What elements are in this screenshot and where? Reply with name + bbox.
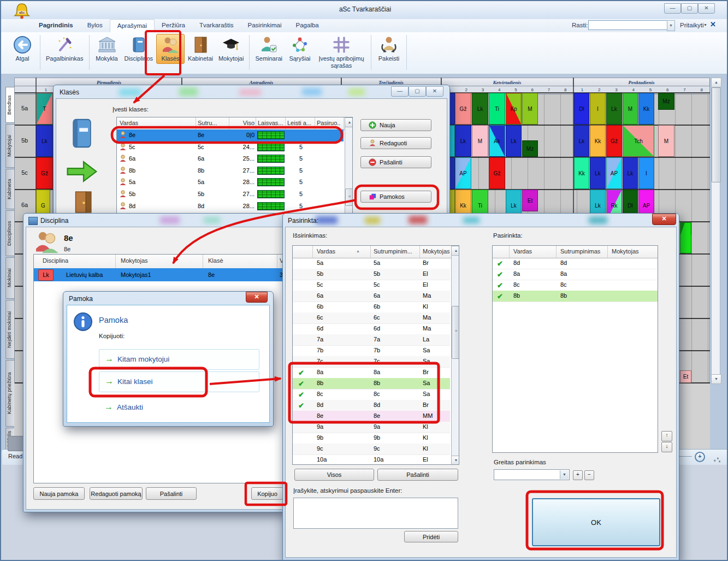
selection-row-5c[interactable]: 5c5cEl [293,280,450,291]
selection-row-7a[interactable]: 7a7aLa [293,334,450,346]
selection-row-7c[interactable]: 7c7cSa [293,356,450,368]
timetable-cell-lk[interactable]: Lk [623,157,638,189]
selection-row-9c[interactable]: 9c9cKl [293,444,450,455]
selection-row-10a[interactable]: 10a10aEl [293,454,450,465]
tags-input[interactable] [293,498,458,529]
timetable-cell-tch[interactable]: Tch [623,125,654,157]
klases-row-5b[interactable]: 5b5b27...5 [117,188,344,200]
column-header-sutrumpinimas[interactable]: Sutrumpinimas [560,248,600,255]
scroll-up-icon[interactable]: ▲ [451,246,459,256]
timetable-cell-gž[interactable]: Gž [606,125,622,157]
selection-row-6c[interactable]: 6c6cMa [293,312,450,324]
option-kitam-mokytojui[interactable]: →Kitam mokytojui [99,349,259,370]
timetable-cell-kk[interactable]: Kk [638,93,654,125]
selected-row-8a[interactable]: ✔8a8a [493,269,658,280]
timetable-cell-kk[interactable]: Kk [574,157,589,189]
scroll-up-icon[interactable]: ▲ [345,117,353,127]
kopijuo-button[interactable]: Kopijuo [251,487,283,500]
timetable-cell-i[interactable]: I [638,157,654,189]
column-header-sutrumpinim-[interactable]: Sutrumpinim... [374,248,412,255]
klases-row-5a[interactable]: 5a5a28...5 [117,176,344,188]
klases-maximize-button[interactable]: ▢ [409,86,426,97]
timetable-cell-ak[interactable]: Ak [489,125,505,157]
redaguoti-button[interactable]: Redaguoti [360,137,431,149]
timetable-cell-kp[interactable]: Kp [506,93,522,125]
timetable-cell-lk[interactable]: Lk [590,157,606,189]
pasalinti-button[interactable]: Pašalinti [377,469,458,481]
selected-row-8b[interactable]: ✔8b8b [493,291,658,302]
timetable-cell-et[interactable]: Et [680,370,691,383]
timetable-cell-t[interactable]: T [36,93,53,125]
selection-row-6a[interactable]: 6a6aMa [293,291,450,302]
selection-row-5a[interactable]: 5a5aBr [293,258,450,269]
visos-button[interactable]: Visos [294,469,374,481]
timetable-cell-ti[interactable]: Ti [489,93,505,125]
selection-row-8a[interactable]: ✔8a8aBr [293,367,450,379]
klases-row-8e[interactable]: 8e8e0|0 [117,129,344,141]
scrollbar-thumb[interactable]: ≡ [452,306,459,359]
timetable-cell-i[interactable]: I [590,93,606,125]
option-kitai-klasei[interactable]: →Kitai klasei [99,371,259,392]
timetable-cell-lk[interactable]: Lk [36,125,53,157]
timetable-cell-lk[interactable]: Lk [574,125,589,157]
timetable-cell-et[interactable]: Et [522,190,538,211]
column-header-viso[interactable]: Viso [230,120,254,126]
column-header-sutru-[interactable]: Sutru... [198,120,217,126]
sidebar-tab-mokiniai[interactable]: Mokiniai [5,257,15,299]
column-header-klasė[interactable]: Klasė [208,257,223,264]
scroll-down-icon[interactable]: ▼ [451,456,459,465]
zoom-in-icon[interactable]: + [695,452,705,462]
klases-row-6a[interactable]: 6a6a25...5 [117,153,344,165]
column-header-vardas[interactable]: Vardas [513,248,532,255]
selection-row-9a[interactable]: 9a9aKl [293,422,450,433]
minus-button[interactable]: − [584,470,594,480]
move-up-button[interactable]: ↑ [661,431,672,441]
selection-row-8c[interactable]: ✔8c8cSa [293,389,450,400]
selection-row-8e[interactable]: 8e8eMM [293,411,450,422]
sidebar-tab-kabinetų-priežiūra[interactable]: Kabinetų priežiūra [5,360,15,427]
selection-row-6d[interactable]: 6d6dMa [293,323,450,335]
klases-row-8b[interactable]: 8b8b27...5 [117,165,344,177]
disciplina-row[interactable]: Lk Lietuvių kalba Mokytojas1 8e 3 [34,268,283,281]
column-header-mokytojas[interactable]: Mokytojas [612,248,639,255]
column-header-vardas[interactable]: Vardas [120,120,138,126]
timetable-cell-m[interactable]: M [522,93,538,125]
timetable-cell-lk[interactable]: Lk [455,125,471,157]
column-header-laisvas-[interactable]: Laisvas... [258,120,283,126]
klases-row-5c[interactable]: 5c5c24...5 [117,141,344,153]
sidebar-tab-disciplinos[interactable]: Disciplinos [5,210,15,256]
timetable-cell-m[interactable]: M [623,93,638,125]
timetable-cell-lk[interactable]: Lk [472,93,488,125]
timetable-cell-m[interactable]: M [472,125,488,157]
quick-select-combobox[interactable]: ▼ [494,469,570,480]
timetable-cell[interactable] [680,222,691,253]
timetable-cell-lk[interactable]: Lk [506,125,522,157]
pašalinti-button[interactable]: Pašalinti [360,156,431,168]
timetable-cell-mz[interactable]: Mz [522,140,538,157]
nauja-button[interactable]: Nauja [360,119,431,131]
pašalinti-button[interactable]: Pašalinti [146,487,197,500]
pamokos-button[interactable]: Pamokos [360,191,431,203]
pasirinkta-close-button[interactable]: ✕ [652,214,676,225]
sidebar-tab-kabineta[interactable]: Kabineta [5,169,15,209]
option-atšaukti[interactable]: →Atšaukti [99,402,259,414]
scroll-down-icon[interactable]: ▼ [711,374,721,384]
timetable-cell-dl[interactable]: Dl [574,93,589,125]
timetable-cell-m[interactable]: M [658,125,674,157]
timetable-cell-gž[interactable]: Gž [36,157,53,189]
selection-row-8d[interactable]: ✔8d8dBr [293,400,450,411]
column-header-mokytojas[interactable]: Mokytojas [423,248,450,255]
sidebar-tab-neįdėti-mokiniai[interactable]: Neįdėti mokiniai [5,300,15,359]
timetable-cell-gž[interactable]: Gž [455,93,471,125]
selection-row-8b[interactable]: ✔8b8bSa [293,378,450,389]
klases-close-button[interactable]: ✕ [426,86,443,97]
column-header-leisti-a-[interactable]: Leisti a... [287,120,311,126]
prideti-button[interactable]: Pridėti [404,531,458,542]
column-header-mokytojas[interactable]: Mokytojas [121,257,148,264]
column-header-vardas[interactable]: Vardas [317,248,335,255]
selection-row-5b[interactable]: 5b5bEl [293,269,450,280]
selection-row-7b[interactable]: 7b7bSa [293,345,450,357]
selection-row-6b[interactable]: 6b6bKl [293,302,450,313]
timetable-cell-kk[interactable]: Kk [590,125,606,157]
timetable-cell-lk[interactable]: Lk [606,93,622,125]
